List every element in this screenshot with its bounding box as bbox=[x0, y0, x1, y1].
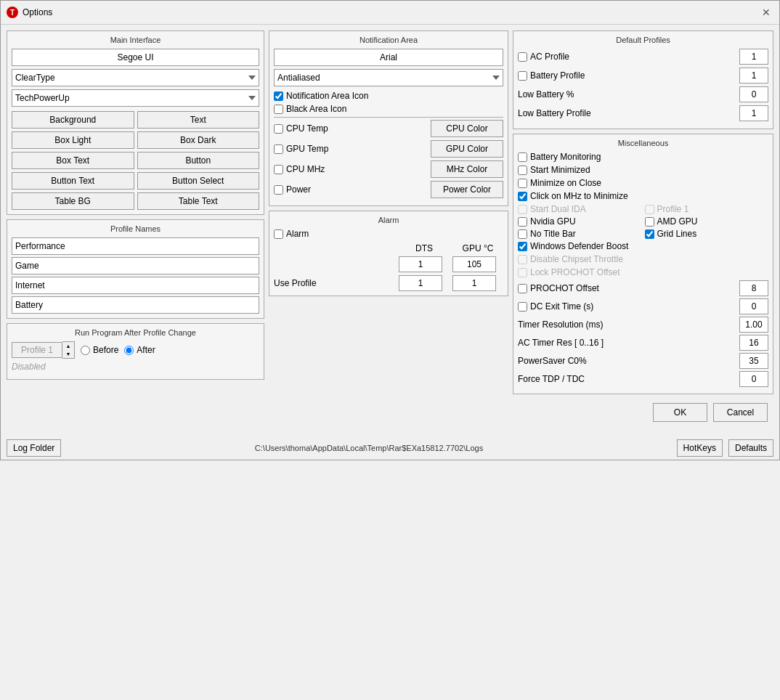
amd-gpu-checkbox[interactable] bbox=[645, 217, 654, 227]
force-tdp-value[interactable] bbox=[739, 371, 768, 387]
gpu-color-btn[interactable]: GPU Color bbox=[431, 140, 503, 158]
render-dropdown[interactable]: ClearType GDI None bbox=[12, 69, 259, 86]
button-btn[interactable]: Button bbox=[137, 152, 260, 169]
color-buttons-grid: Background Text Box Light Box Dark Box T… bbox=[12, 111, 259, 210]
prochot-value[interactable] bbox=[739, 280, 768, 296]
minimize-on-close-label: Minimize on Close bbox=[530, 178, 601, 188]
start-minimized-checkbox[interactable] bbox=[518, 166, 527, 175]
notif-area-icon-checkbox[interactable] bbox=[274, 91, 283, 101]
after-radio[interactable] bbox=[124, 346, 134, 355]
after-radio-label[interactable]: After bbox=[124, 345, 155, 355]
minimize-on-close-row: Minimize on Close bbox=[518, 178, 768, 188]
dc-exit-value[interactable] bbox=[739, 298, 768, 314]
defaults-button[interactable]: Defaults bbox=[728, 439, 773, 457]
before-radio[interactable] bbox=[81, 346, 90, 355]
click-mhz-checkbox[interactable] bbox=[518, 192, 527, 201]
disable-chipset-checkbox[interactable] bbox=[518, 255, 527, 264]
ac-profile-checkbox[interactable] bbox=[518, 52, 527, 62]
cpu-mhz-checkbox[interactable] bbox=[274, 165, 283, 174]
battery-monitoring-checkbox[interactable] bbox=[518, 152, 527, 162]
cpu-temp-checkbox[interactable] bbox=[274, 124, 283, 134]
box-light-btn[interactable]: Box Light bbox=[12, 131, 134, 149]
ok-button[interactable]: OK bbox=[653, 403, 707, 422]
power-color-btn[interactable]: Power Color bbox=[431, 181, 503, 198]
button-select-btn[interactable]: Button Select bbox=[137, 172, 260, 190]
mhz-color-btn[interactable]: MHz Color bbox=[431, 160, 503, 178]
box-dark-btn[interactable]: Box Dark bbox=[137, 131, 260, 149]
no-title-bar-checkbox[interactable] bbox=[518, 229, 527, 239]
use-profile-dts-input[interactable] bbox=[399, 275, 442, 291]
battery-monitoring-row: Battery Monitoring bbox=[518, 152, 768, 162]
ac-profile-value[interactable] bbox=[739, 49, 768, 65]
windows-defender-checkbox[interactable] bbox=[518, 242, 527, 251]
amd-gpu-label: AMD GPU bbox=[657, 216, 698, 227]
profile-1-input[interactable] bbox=[12, 237, 259, 255]
dual-ida-label: Start Dual IDA bbox=[530, 204, 586, 214]
ok-cancel-row: OK Cancel bbox=[513, 399, 773, 428]
battery-profile-value[interactable] bbox=[739, 68, 768, 84]
lock-prochot-label: Lock PROCHOT Offset bbox=[530, 267, 620, 277]
text-btn[interactable]: Text bbox=[137, 111, 260, 129]
notif-render-dropdown[interactable]: Antialiased ClearType GDI bbox=[274, 69, 503, 86]
spinner-down-btn[interactable]: ▼ bbox=[62, 350, 74, 358]
bottom-row: Log Folder C:\Users\thoma\AppData\Local\… bbox=[1, 434, 779, 460]
profile-3-input[interactable] bbox=[12, 277, 259, 294]
dual-ida-row: Start Dual IDA Profile 1 bbox=[518, 204, 768, 214]
no-title-bar-label: No Title Bar bbox=[530, 229, 576, 239]
background-btn[interactable]: Background bbox=[12, 111, 134, 129]
notif-font-input[interactable] bbox=[274, 49, 503, 66]
left-column: Main Interface ClearType GDI None TechPo… bbox=[7, 30, 264, 428]
low-battery-value[interactable] bbox=[739, 86, 768, 102]
run-profile-input[interactable] bbox=[12, 342, 62, 358]
force-tdp-row: Force TDP / TDC bbox=[518, 371, 768, 387]
prochot-offset-row: PROCHOT Offset bbox=[518, 280, 768, 296]
profile1-checkbox[interactable] bbox=[645, 205, 654, 214]
theme-dropdown[interactable]: TechPowerUp Default Dark bbox=[12, 89, 259, 107]
grid-lines-col: Grid Lines bbox=[645, 229, 769, 239]
notification-area-title: Notification Area bbox=[274, 36, 503, 44]
battery-profile-label: Battery Profile bbox=[530, 70, 585, 81]
alarm-checkbox[interactable] bbox=[274, 229, 283, 239]
spinner-up-btn[interactable]: ▲ bbox=[62, 342, 74, 350]
dc-exit-checkbox[interactable] bbox=[518, 302, 527, 312]
battery-profile-checkbox[interactable] bbox=[518, 71, 527, 81]
before-radio-label[interactable]: Before bbox=[81, 345, 118, 355]
main-font-input[interactable] bbox=[12, 49, 259, 66]
miscellaneous-section: Miscellaneous Battery Monitoring Start M… bbox=[513, 134, 773, 394]
ac-profile-label: AC Profile bbox=[530, 52, 569, 62]
low-battery-profile-value[interactable] bbox=[739, 105, 768, 121]
gpu-temp-checkbox[interactable] bbox=[274, 145, 283, 154]
prochot-offset-checkbox[interactable] bbox=[518, 284, 527, 293]
ac-timer-value[interactable] bbox=[739, 335, 768, 351]
hotkeys-button[interactable]: HotKeys bbox=[677, 439, 723, 457]
gpu-c-header: GPU °C bbox=[452, 243, 503, 253]
profile-4-input[interactable] bbox=[12, 296, 259, 314]
button-text-btn[interactable]: Button Text bbox=[12, 172, 134, 190]
force-tdp-label: Force TDP / TDC bbox=[518, 374, 585, 384]
power-checkbox[interactable] bbox=[274, 185, 283, 195]
grid-lines-checkbox[interactable] bbox=[645, 229, 654, 239]
nvidia-gpu-checkbox[interactable] bbox=[518, 217, 527, 227]
timer-res-value[interactable] bbox=[739, 317, 768, 333]
lock-prochot-checkbox[interactable] bbox=[518, 268, 527, 277]
close-button[interactable]: ✕ bbox=[759, 5, 773, 20]
cpu-color-btn[interactable]: CPU Color bbox=[431, 120, 503, 137]
main-content: Main Interface ClearType GDI None TechPo… bbox=[1, 25, 779, 434]
cancel-button[interactable]: Cancel bbox=[713, 403, 768, 422]
cpu-mhz-row: CPU MHz bbox=[274, 164, 325, 174]
profile-2-input[interactable] bbox=[12, 257, 259, 274]
use-profile-gpu-input[interactable] bbox=[452, 275, 496, 291]
black-area-icon-checkbox[interactable] bbox=[274, 105, 283, 114]
notif-icon-row: Notification Area Icon bbox=[274, 91, 503, 101]
dual-ida-checkbox[interactable] bbox=[518, 205, 527, 214]
table-text-btn[interactable]: Table Text bbox=[137, 192, 260, 210]
black-area-icon-label: Black Area Icon bbox=[286, 104, 346, 114]
table-bg-btn[interactable]: Table BG bbox=[12, 192, 134, 210]
log-folder-button[interactable]: Log Folder bbox=[7, 439, 61, 457]
alarm-dts-input[interactable] bbox=[399, 256, 442, 272]
app-icon: T bbox=[7, 7, 18, 18]
powersaver-value[interactable] bbox=[739, 353, 768, 369]
box-text-btn[interactable]: Box Text bbox=[12, 152, 134, 169]
alarm-gpu-input[interactable] bbox=[452, 256, 496, 272]
minimize-on-close-checkbox[interactable] bbox=[518, 179, 527, 188]
